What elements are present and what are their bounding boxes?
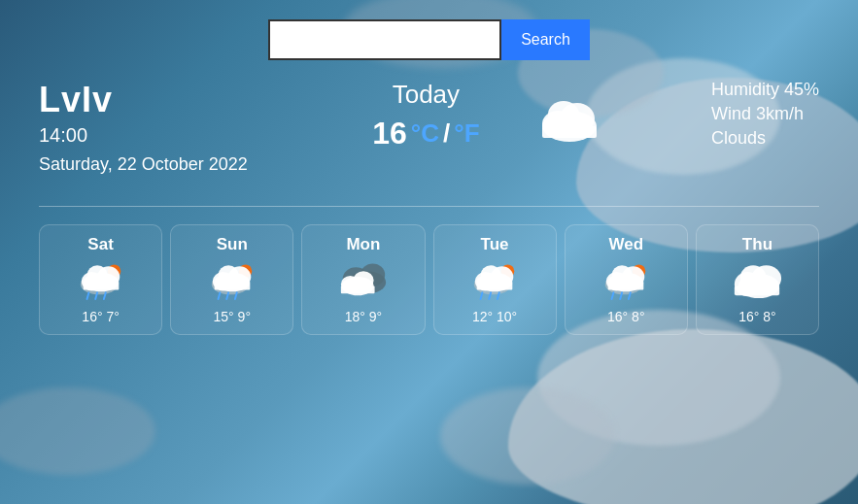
forecast-day: Tue 12° 10° (433, 224, 557, 335)
current-date: Saturday, 22 October 2022 (39, 152, 248, 177)
today-label: Today (372, 80, 479, 110)
forecast-day: Thu 16° 8° (696, 224, 819, 335)
forecast-day-name: Tue (481, 235, 509, 254)
svg-rect-48 (608, 283, 644, 290)
forecast-day: Sun 15° 9° (170, 224, 293, 335)
today-section: Today 16 °C / °F (372, 80, 479, 151)
current-time: 14:00 (39, 124, 248, 147)
svg-rect-11 (83, 283, 119, 290)
svg-rect-38 (477, 283, 513, 290)
svg-line-22 (218, 293, 220, 300)
forecast-day-name: Wed (608, 235, 643, 254)
forecast-day-name: Thu (742, 235, 772, 254)
section-divider (39, 206, 819, 207)
fahrenheit-button[interactable]: °F (454, 118, 479, 149)
svg-rect-56 (735, 286, 779, 296)
forecast-weather-icon (600, 262, 652, 301)
forecast-weather-icon (337, 262, 390, 301)
forecast-weather-icon (75, 262, 127, 301)
svg-point-10 (86, 266, 107, 285)
forecast-day: Sat 16° 7° (39, 224, 162, 335)
forecast-temperatures: 15° 9° (214, 309, 251, 324)
forecast-temperatures: 16° 8° (607, 309, 644, 324)
humidity-label: Humidity 45% (711, 80, 819, 100)
svg-line-49 (612, 293, 614, 300)
forecast-weather-icon (468, 262, 521, 301)
temperature-display: 16 °C / °F (372, 116, 479, 151)
clouds-label: Clouds (711, 128, 819, 149)
forecast-temperatures: 16° 8° (738, 309, 775, 324)
forecast-temperatures: 16° 7° (82, 309, 119, 324)
svg-point-37 (481, 266, 501, 285)
forecast-day: Wed 16° 8° (565, 224, 688, 335)
unit-separator: / (443, 118, 450, 149)
forecast-row: Sat 16° 7° Sun 15° 9° (39, 224, 819, 335)
weather-info: Humidity 45% Wind 3km/h Clouds (711, 80, 819, 152)
svg-line-39 (481, 293, 483, 300)
main-weather: LvIv 14:00 Saturday, 22 October 2022 Tod… (39, 80, 819, 177)
svg-rect-4 (542, 126, 597, 138)
today-weather-icon (529, 89, 606, 151)
forecast-temperatures: 12° 10° (472, 309, 517, 324)
forecast-day-name: Mon (346, 235, 380, 254)
search-area: Lviv Search (39, 19, 819, 60)
search-input[interactable]: Lviv (268, 19, 501, 60)
svg-point-3 (548, 101, 579, 128)
forecast-temperatures: 18° 9° (345, 309, 382, 324)
cloud-svg (529, 89, 606, 148)
forecast-weather-icon (206, 262, 258, 301)
svg-point-20 (218, 266, 238, 285)
forecast-day: Mon 18° 9° (301, 224, 425, 335)
svg-rect-21 (214, 283, 250, 290)
svg-point-47 (612, 266, 633, 285)
city-name: LvIv (39, 80, 248, 120)
celsius-button[interactable]: °C (411, 118, 439, 149)
wind-label: Wind 3km/h (711, 104, 819, 124)
search-button[interactable]: Search (501, 19, 590, 60)
location-info: LvIv 14:00 Saturday, 22 October 2022 (39, 80, 248, 177)
forecast-day-name: Sun (217, 235, 248, 254)
svg-rect-31 (341, 286, 375, 294)
temperature-value: 16 (372, 116, 407, 151)
svg-line-12 (86, 293, 88, 300)
forecast-day-name: Sat (87, 235, 113, 254)
forecast-weather-icon (731, 262, 783, 301)
